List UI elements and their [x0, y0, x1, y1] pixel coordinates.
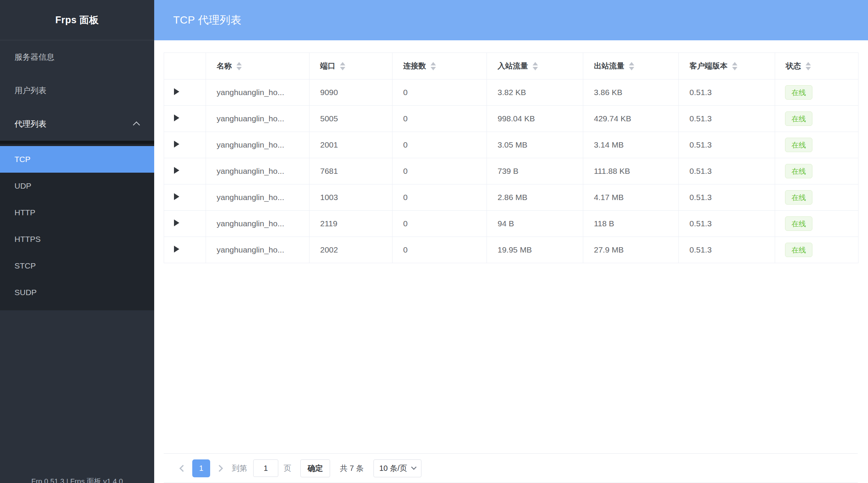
expand-row-icon[interactable]: [174, 167, 179, 174]
sort-icon: [732, 62, 737, 70]
table-header-row: 名称 端口 连接数 入站流量 出站流量 客户端版本 状态: [164, 53, 858, 79]
cell-traffic-out: 111.88 KB: [583, 158, 679, 184]
sidebar-item-https[interactable]: HTTPS: [0, 226, 154, 253]
cell-traffic-out: 3.14 MB: [583, 132, 679, 158]
submenu-label: HTTP: [14, 208, 35, 217]
app-root: Frps 面板 服务器信息 用户列表 代理列表 TCP UDP HTTP: [0, 0, 868, 483]
cell-connections: 0: [393, 158, 487, 184]
col-label: 客户端版本: [689, 61, 728, 71]
cell-name: yanghuanglin_ho...: [206, 184, 310, 211]
cell-version: 0.51.3: [679, 184, 775, 211]
prev-page-icon[interactable]: [179, 465, 186, 472]
sidebar-item-http[interactable]: HTTP: [0, 199, 154, 226]
cell-port: 9090: [310, 79, 393, 106]
cell-port: 5005: [310, 106, 393, 132]
sidebar-item-server-info[interactable]: 服务器信息: [0, 40, 154, 74]
expand-row-icon[interactable]: [174, 246, 179, 253]
col-label: 名称: [217, 61, 232, 71]
topbar: TCP 代理列表: [154, 0, 868, 40]
table-row: yanghuanglin_ho... 2001 0 3.05 MB 3.14 M…: [164, 132, 858, 158]
col-name[interactable]: 名称: [206, 53, 310, 79]
sidebar-item-sudp[interactable]: SUDP: [0, 279, 154, 306]
current-page-button[interactable]: 1: [192, 459, 210, 477]
pagination-bar: 1 到第 页 确定 共 7 条 10 条/页: [164, 453, 858, 483]
confirm-button[interactable]: 确定: [300, 459, 330, 477]
cell-traffic-out: 429.74 KB: [583, 106, 679, 132]
total-count-label: 共 7 条: [340, 463, 364, 473]
expand-row-icon[interactable]: [174, 114, 179, 121]
sort-icon: [340, 62, 345, 70]
main-area: 名称 端口 连接数 入站流量 出站流量 客户端版本 状态 yanghuangl: [154, 40, 868, 483]
cell-version: 0.51.3: [679, 211, 775, 237]
cell-connections: 0: [393, 106, 487, 132]
jump-suffix-label: 页: [284, 463, 291, 473]
sidebar-item-label: 代理列表: [14, 119, 46, 129]
expand-row-icon[interactable]: [174, 88, 179, 95]
col-traffic-out[interactable]: 出站流量: [583, 53, 679, 79]
cell-name: yanghuanglin_ho...: [206, 106, 310, 132]
col-status[interactable]: 状态: [775, 53, 858, 79]
cell-traffic-out: 118 B: [583, 211, 679, 237]
submenu-label: SUDP: [14, 288, 37, 297]
sidebar-item-stcp[interactable]: STCP: [0, 253, 154, 279]
cell-name: yanghuanglin_ho...: [206, 79, 310, 106]
col-client-version[interactable]: 客户端版本: [679, 53, 775, 79]
cell-port: 2119: [310, 211, 393, 237]
expand-row-icon[interactable]: [174, 219, 179, 226]
cell-traffic-in: 19.95 MB: [487, 237, 583, 263]
cell-traffic-in: 2.86 MB: [487, 184, 583, 211]
cell-traffic-in: 94 B: [487, 211, 583, 237]
col-traffic-in[interactable]: 入站流量: [487, 53, 583, 79]
table-row: yanghuanglin_ho... 9090 0 3.82 KB 3.86 K…: [164, 79, 858, 106]
status-badge: 在线: [785, 243, 812, 257]
proxy-submenu: TCP UDP HTTP HTTPS STCP SUDP: [0, 141, 154, 310]
sidebar-item-label: 用户列表: [14, 85, 46, 96]
sidebar-item-user-list[interactable]: 用户列表: [0, 74, 154, 107]
cell-connections: 0: [393, 237, 487, 263]
cell-traffic-out: 3.86 KB: [583, 79, 679, 106]
sidebar-nav: 服务器信息 用户列表 代理列表 TCP UDP HTTP H: [0, 40, 154, 310]
cell-traffic-out: 4.17 MB: [583, 184, 679, 211]
cell-traffic-in: 739 B: [487, 158, 583, 184]
next-page-icon[interactable]: [216, 465, 223, 472]
col-connections[interactable]: 连接数: [393, 53, 487, 79]
expand-row-icon[interactable]: [174, 193, 179, 200]
col-expand: [164, 53, 206, 79]
cell-version: 0.51.3: [679, 132, 775, 158]
page-jump-input[interactable]: [253, 459, 278, 477]
status-badge: 在线: [785, 85, 812, 100]
submenu-label: HTTPS: [14, 235, 41, 244]
status-badge: 在线: [785, 138, 812, 152]
col-label: 端口: [320, 61, 335, 71]
submenu-label: UDP: [14, 181, 31, 191]
col-label: 出站流量: [594, 61, 624, 71]
proxy-table-wrap: 名称 端口 连接数 入站流量 出站流量 客户端版本 状态 yanghuangl: [164, 52, 858, 263]
status-badge: 在线: [785, 164, 812, 178]
cell-connections: 0: [393, 132, 487, 158]
cell-name: yanghuanglin_ho...: [206, 211, 310, 237]
sidebar-item-udp[interactable]: UDP: [0, 173, 154, 199]
page-size-select[interactable]: 10 条/页: [373, 459, 421, 477]
col-port[interactable]: 端口: [310, 53, 393, 79]
content: TCP 代理列表 名称 端口 连接数 入站流量: [154, 0, 868, 483]
table-row: yanghuanglin_ho... 5005 0 998.04 KB 429.…: [164, 106, 858, 132]
chevron-down-icon: [411, 464, 416, 470]
page-title: TCP 代理列表: [173, 13, 241, 27]
expand-row-icon[interactable]: [174, 141, 179, 148]
cell-traffic-out: 27.9 MB: [583, 237, 679, 263]
sidebar: Frps 面板 服务器信息 用户列表 代理列表 TCP UDP HTTP: [0, 0, 154, 483]
col-label: 状态: [786, 61, 801, 71]
sidebar-item-label: 服务器信息: [14, 52, 54, 62]
table-row: yanghuanglin_ho... 1003 0 2.86 MB 4.17 M…: [164, 184, 858, 211]
cell-name: yanghuanglin_ho...: [206, 132, 310, 158]
cell-version: 0.51.3: [679, 106, 775, 132]
sidebar-item-tcp[interactable]: TCP: [0, 146, 154, 173]
sort-icon: [629, 62, 634, 70]
cell-name: yanghuanglin_ho...: [206, 158, 310, 184]
sidebar-item-proxy-list[interactable]: 代理列表: [0, 107, 154, 141]
cell-port: 7681: [310, 158, 393, 184]
page-size-value: 10 条/页: [379, 463, 407, 473]
cell-connections: 0: [393, 79, 487, 106]
sort-icon: [806, 62, 811, 70]
cell-version: 0.51.3: [679, 79, 775, 106]
